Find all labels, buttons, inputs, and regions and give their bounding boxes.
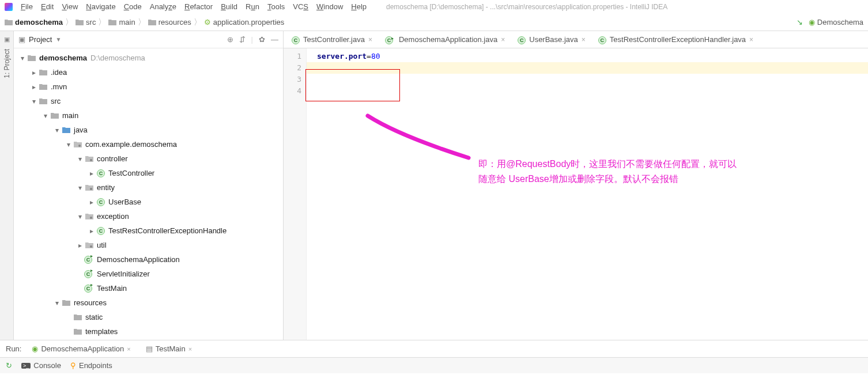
rerun-button[interactable]: ↻ xyxy=(6,361,12,370)
run-tab-testmain[interactable]: ▤ TestMain × xyxy=(141,344,197,353)
chevron-down-icon[interactable]: ▼ xyxy=(55,36,61,43)
menu-code[interactable]: Code xyxy=(124,2,142,11)
tree-arrow-icon[interactable]: ▸ xyxy=(30,83,38,91)
tree-arrow-icon[interactable]: ▾ xyxy=(30,97,38,105)
tree-item-label: ServletInitializer xyxy=(97,270,150,278)
collapse-icon[interactable]: ⇵ xyxy=(239,35,246,44)
tree-item-main[interactable]: ▾main xyxy=(14,108,283,123)
class-icon: C xyxy=(598,35,606,44)
run-config-selector[interactable]: ◉ Demoschema xyxy=(809,18,863,26)
close-icon[interactable]: × xyxy=(749,36,753,44)
menu-vcs[interactable]: VCS xyxy=(293,2,308,11)
tree-arrow-icon[interactable]: ▾ xyxy=(76,213,84,221)
menu-run[interactable]: Run xyxy=(246,2,259,11)
menu-build[interactable]: Build xyxy=(221,2,237,11)
tree-item-label: util xyxy=(97,241,107,249)
locate-icon[interactable]: ⊕ xyxy=(227,35,233,44)
close-icon[interactable]: × xyxy=(188,346,192,353)
tree-arrow-icon[interactable]: ▾ xyxy=(53,299,61,307)
tree-item-resources[interactable]: ▾resources xyxy=(14,295,283,310)
menu-analyze[interactable]: Analyze xyxy=(150,2,176,11)
tree-item-demoschemaapplication[interactable]: C▸DemoschemaApplication xyxy=(14,252,283,267)
crumb-file[interactable]: ⚙ application.properties xyxy=(204,18,285,26)
menu-view[interactable]: View xyxy=(62,2,78,11)
menu-tools[interactable]: Tools xyxy=(267,2,285,11)
tree-item-templates[interactable]: templates xyxy=(14,324,283,339)
tree-item-exception[interactable]: ▾exception xyxy=(14,209,283,223)
close-icon[interactable]: × xyxy=(582,36,586,44)
tree-arrow-icon[interactable]: ▸ xyxy=(76,241,84,249)
tree-item-static[interactable]: static xyxy=(14,310,283,324)
project-panel-header: ▣ Project ▼ ⊕ ⇵ | ✿ — xyxy=(14,31,283,48)
class-icon: C xyxy=(96,227,106,235)
left-tool-gutter: ▣ 1: Project xyxy=(0,31,14,340)
crumb-resources[interactable]: resources xyxy=(148,18,191,26)
menu-file[interactable]: FFileile xyxy=(21,2,33,11)
spring-icon: ◉ xyxy=(809,18,815,26)
tree-item-src[interactable]: ▾src xyxy=(14,94,283,108)
build-icon[interactable]: ↘ xyxy=(797,18,803,26)
breadcrumb-bar: demoschema 〉 src 〉 main 〉 resources 〉 ⚙ … xyxy=(0,14,868,31)
tree-item--idea[interactable]: ▸.idea xyxy=(14,65,283,79)
run-tab-demoschema[interactable]: ◉ DemoschemaApplication × xyxy=(27,344,135,353)
gear-icon[interactable]: ✿ xyxy=(259,35,265,44)
tree-item-util[interactable]: ▸util xyxy=(14,238,283,252)
editor-tab-demoschemaapplication-java[interactable]: C▸DemoschemaApplication.java× xyxy=(379,32,511,48)
package-icon xyxy=(84,213,95,220)
tree-arrow-icon[interactable]: ▸ xyxy=(88,198,96,206)
menu-edit[interactable]: Edit xyxy=(41,2,54,11)
tree-item-userbase[interactable]: ▸CUserBase xyxy=(14,195,283,209)
tree-item--mvn[interactable]: ▸.mvn xyxy=(14,79,283,94)
menu-window[interactable]: Window xyxy=(316,2,343,11)
class-icon: C xyxy=(518,35,526,44)
close-icon[interactable]: × xyxy=(127,346,130,353)
tree-arrow-icon[interactable]: ▾ xyxy=(53,126,61,134)
console-tab[interactable]: >_ Console xyxy=(21,361,61,370)
tab-label: TestController.java xyxy=(303,35,365,44)
tree-arrow-icon[interactable]: ▾ xyxy=(65,141,73,149)
editor-tab-testrestcontrollerexceptionhandler-java[interactable]: CTestRestControllerExceptionHandler.java… xyxy=(592,32,759,48)
chevron-right-icon: 〉 xyxy=(98,17,106,28)
tree-item-label: .idea xyxy=(51,68,67,77)
menu-help[interactable]: Help xyxy=(351,2,367,11)
tree-arrow-icon[interactable]: ▸ xyxy=(88,169,96,177)
tree-arrow-icon[interactable]: ▾ xyxy=(76,155,84,163)
tab-label: UserBase.java xyxy=(529,35,578,44)
tree-item-testcontroller[interactable]: ▸CTestController xyxy=(14,166,283,180)
editor[interactable]: 1234 server.port=80 xyxy=(284,48,868,340)
package-icon xyxy=(84,156,95,162)
svg-point-0 xyxy=(78,145,81,147)
menu-navigate[interactable]: Navigate xyxy=(86,2,115,11)
tree-item-controller[interactable]: ▾controller xyxy=(14,151,283,166)
tree-item-com-example-demoschema[interactable]: ▾com.example.demoschema xyxy=(14,137,283,151)
tree-item-servletinitializer[interactable]: C▸ServletInitializer xyxy=(14,267,283,281)
crumb-project[interactable]: demoschema xyxy=(5,18,63,26)
tree-arrow-icon[interactable]: ▾ xyxy=(41,112,50,120)
line-number: 2 xyxy=(284,62,301,74)
tree-item-label: src xyxy=(51,97,61,105)
hide-icon[interactable]: — xyxy=(271,35,278,44)
tree-item-testmain[interactable]: C▸TestMain xyxy=(14,281,283,295)
sidebar-project-label[interactable]: 1: Project xyxy=(3,49,11,78)
folder-icon xyxy=(76,19,84,26)
crumb-main[interactable]: main xyxy=(108,18,135,26)
crumb-src[interactable]: src xyxy=(76,18,96,26)
editor-tab-testcontroller-java[interactable]: CTestController.java× xyxy=(286,32,378,48)
tree-arrow-icon[interactable]: ▸ xyxy=(30,69,38,77)
editor-tab-userbase-java[interactable]: CUserBase.java× xyxy=(512,32,591,48)
close-icon[interactable]: × xyxy=(368,36,372,44)
project-tool-icon[interactable]: ▣ xyxy=(4,36,10,43)
tree-item-label: entity xyxy=(97,183,115,192)
svg-point-3 xyxy=(90,217,92,219)
close-icon[interactable]: × xyxy=(501,36,505,44)
app-icon xyxy=(5,3,13,11)
endpoints-tab[interactable]: ⚲ Endpoints xyxy=(70,361,112,370)
code-area[interactable]: server.port=80 xyxy=(307,48,868,340)
tree-item-testrestcontrollerexceptionhandle[interactable]: ▸CTestRestControllerExceptionHandle xyxy=(14,223,283,238)
tree-root[interactable]: ▾demoschemaD:\demoschema xyxy=(14,51,283,65)
tree-arrow-icon[interactable]: ▾ xyxy=(76,184,84,192)
tree-item-entity[interactable]: ▾entity xyxy=(14,180,283,195)
tree-arrow-icon[interactable]: ▸ xyxy=(88,227,96,235)
menu-refactor[interactable]: Refactor xyxy=(184,2,213,11)
tree-item-java[interactable]: ▾java xyxy=(14,123,283,137)
